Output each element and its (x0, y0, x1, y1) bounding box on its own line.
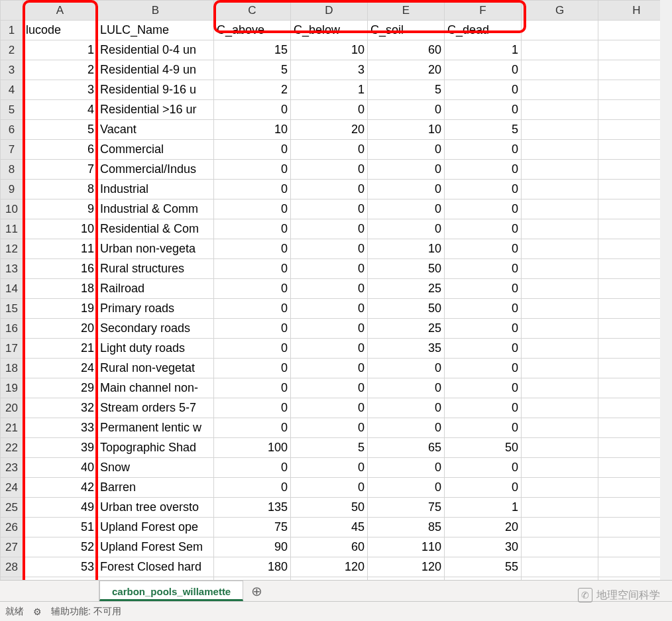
cell[interactable]: 0 (214, 180, 291, 199)
cell[interactable]: 0 (368, 458, 445, 478)
row-header[interactable]: 25 (1, 498, 23, 518)
cell[interactable]: Residential 9-16 u (97, 80, 214, 100)
cell[interactable]: 110 (368, 537, 445, 557)
cell[interactable]: Residential & Com (97, 219, 214, 239)
cell[interactable]: 4 (23, 100, 97, 120)
cell[interactable]: 24 (23, 359, 97, 378)
row-header[interactable]: 2 (1, 40, 23, 60)
cell[interactable] (522, 120, 598, 140)
cell[interactable]: 0 (214, 160, 291, 180)
cell[interactable]: 120 (368, 557, 445, 577)
cell[interactable]: Rural non-vegetat (97, 359, 214, 378)
cell[interactable]: 0 (291, 418, 368, 438)
cell[interactable]: Vacant (97, 120, 214, 140)
cell[interactable] (522, 418, 598, 438)
cell[interactable]: 0 (214, 100, 291, 120)
cell[interactable]: 0 (445, 279, 522, 299)
cell[interactable]: 0 (291, 160, 368, 180)
cell[interactable]: 0 (368, 359, 445, 378)
cell[interactable]: 0 (291, 199, 368, 219)
cell[interactable] (522, 60, 598, 80)
cell[interactable]: 0 (214, 299, 291, 319)
cell[interactable]: Commercial/Indus (97, 160, 214, 180)
cell[interactable]: 0 (214, 219, 291, 239)
cell[interactable]: 0 (368, 219, 445, 239)
cell[interactable]: Permanent lentic w (97, 418, 214, 438)
cell[interactable]: 10 (214, 120, 291, 140)
cell[interactable]: 8 (23, 180, 97, 199)
row-header[interactable]: 1 (1, 21, 23, 40)
cell[interactable] (522, 339, 598, 359)
cell[interactable]: 25 (368, 279, 445, 299)
cell[interactable] (522, 21, 598, 40)
cell[interactable]: 135 (214, 498, 291, 518)
cell[interactable]: 0 (291, 100, 368, 120)
cell[interactable]: 15 (214, 40, 291, 60)
cell[interactable]: 0 (445, 219, 522, 239)
cell[interactable]: 0 (368, 398, 445, 418)
cell[interactable]: 0 (445, 359, 522, 378)
cell[interactable]: 7 (23, 160, 97, 180)
cell[interactable]: 0 (445, 339, 522, 359)
cell[interactable]: Industrial & Comm (97, 199, 214, 219)
row-header[interactable]: 27 (1, 537, 23, 557)
cell[interactable]: 0 (445, 160, 522, 180)
cell[interactable]: 20 (291, 120, 368, 140)
cell[interactable]: 0 (445, 398, 522, 418)
cell[interactable]: 0 (445, 378, 522, 398)
col-header-F[interactable]: F (445, 1, 522, 21)
cell[interactable]: Rural structures (97, 259, 214, 279)
cell[interactable]: 1 (445, 498, 522, 518)
cell[interactable]: 65 (368, 438, 445, 458)
cell[interactable] (522, 199, 598, 219)
cell[interactable]: Forest Closed hard (97, 557, 214, 577)
row-header[interactable]: 22 (1, 438, 23, 458)
cell[interactable]: Upland Forest Sem (97, 537, 214, 557)
cell[interactable]: 0 (445, 458, 522, 478)
cell[interactable]: 0 (214, 418, 291, 438)
cell[interactable]: 0 (214, 339, 291, 359)
cell[interactable]: 0 (445, 299, 522, 319)
cell[interactable]: 0 (291, 398, 368, 418)
cell[interactable] (522, 160, 598, 180)
cell[interactable]: Residential >16 ur (97, 100, 214, 120)
cell[interactable] (522, 557, 598, 577)
cell[interactable]: 0 (291, 339, 368, 359)
row-header[interactable]: 24 (1, 478, 23, 498)
cell[interactable] (522, 378, 598, 398)
cell[interactable]: 0 (445, 140, 522, 160)
row-header[interactable]: 19 (1, 378, 23, 398)
cell[interactable]: Topographic Shad (97, 438, 214, 458)
new-sheet-button[interactable]: ⊕ (243, 581, 270, 601)
cell[interactable]: 3 (23, 80, 97, 100)
row-header[interactable]: 8 (1, 160, 23, 180)
cell[interactable]: 21 (23, 339, 97, 359)
row-header[interactable]: 28 (1, 557, 23, 577)
cell[interactable]: 75 (368, 498, 445, 518)
row-header[interactable]: 17 (1, 339, 23, 359)
cell[interactable]: 0 (214, 478, 291, 498)
cell[interactable]: 50 (368, 259, 445, 279)
cell[interactable]: 0 (291, 319, 368, 339)
row-header[interactable]: 12 (1, 239, 23, 259)
cell[interactable]: 51 (23, 518, 97, 537)
row-header[interactable]: 21 (1, 418, 23, 438)
cell[interactable]: 35 (368, 339, 445, 359)
cell[interactable]: Barren (97, 478, 214, 498)
cell[interactable] (522, 438, 598, 458)
cell[interactable]: 20 (368, 60, 445, 80)
row-header[interactable]: 26 (1, 518, 23, 537)
cell[interactable]: C_below (291, 21, 368, 40)
cell[interactable]: 0 (368, 199, 445, 219)
cell[interactable]: 19 (23, 299, 97, 319)
cell[interactable]: C_dead (445, 21, 522, 40)
cell[interactable] (522, 299, 598, 319)
row-header[interactable]: 13 (1, 259, 23, 279)
cell[interactable]: 0 (291, 140, 368, 160)
cell[interactable]: 20 (445, 518, 522, 537)
cell[interactable]: 0 (445, 180, 522, 199)
cell[interactable] (522, 239, 598, 259)
cell[interactable]: Stream orders 5-7 (97, 398, 214, 418)
row-header[interactable]: 10 (1, 199, 23, 219)
cell[interactable]: 18 (23, 279, 97, 299)
